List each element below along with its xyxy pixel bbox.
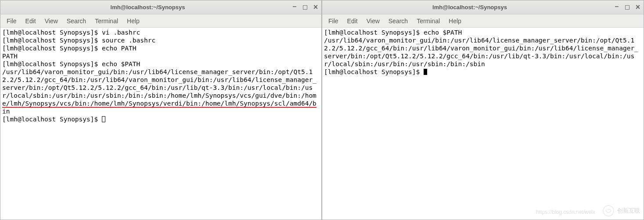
menu-terminal[interactable]: Terminal <box>412 16 444 26</box>
term-prompt: [lmh@localhost Synopsys]$ <box>324 68 424 75</box>
menu-help[interactable]: Help <box>122 16 144 26</box>
menu-file[interactable]: File <box>324 16 343 26</box>
menubar-right: File Edit View Search Terminal Help <box>322 14 644 28</box>
titlebar-right[interactable]: lmh@localhost:~/Synopsys <box>322 0 644 14</box>
term-line: [lmh@localhost Synopsys]$ echo PATH <box>2 45 137 52</box>
terminal-content-left[interactable]: [lmh@localhost Synopsys]$ vi .bashrc [lm… <box>0 28 321 220</box>
menubar-left: File Edit View Search Terminal Help <box>0 14 321 28</box>
annotation-underline <box>2 107 317 108</box>
window-controls <box>614 4 641 11</box>
maximize-button[interactable] <box>625 5 630 10</box>
menu-terminal[interactable]: Terminal <box>90 16 122 26</box>
cursor-icon <box>424 69 427 75</box>
desktop: lmh@localhost:~/Synopsys File Edit View … <box>0 0 644 220</box>
terminal-window-right: lmh@localhost:~/Synopsys File Edit View … <box>322 0 644 220</box>
terminal-window-left: lmh@localhost:~/Synopsys File Edit View … <box>0 0 322 220</box>
term-line: [lmh@localhost Synopsys]$ echo $PATH <box>324 29 462 36</box>
titlebar-left[interactable]: lmh@localhost:~/Synopsys <box>0 0 321 14</box>
menu-help[interactable]: Help <box>444 16 466 26</box>
menu-file[interactable]: File <box>2 16 21 26</box>
menu-search[interactable]: Search <box>384 16 412 26</box>
close-button[interactable] <box>635 4 641 11</box>
watermark-brand: 创新互联 <box>617 207 640 215</box>
term-line: /usr/lib64/varon_monitor_gui/bin:/usr/li… <box>2 68 317 115</box>
minimize-button[interactable] <box>291 4 298 11</box>
minimize-button[interactable] <box>614 4 620 11</box>
close-button[interactable] <box>313 4 319 11</box>
terminal-content-right[interactable]: [lmh@localhost Synopsys]$ echo $PATH /us… <box>322 28 644 220</box>
window-title: lmh@localhost:~/Synopsys <box>326 4 614 11</box>
term-prompt: [lmh@localhost Synopsys]$ <box>2 116 102 123</box>
term-line: [lmh@localhost Synopsys]$ echo $PATH <box>2 60 140 67</box>
watermark-url: https://blog.csdn.net/weix <box>536 208 595 216</box>
menu-view[interactable]: View <box>40 16 62 26</box>
logo-icon <box>602 205 615 217</box>
term-line: [lmh@localhost Synopsys]$ vi .bashrc <box>2 29 140 36</box>
menu-search[interactable]: Search <box>62 16 90 26</box>
maximize-button[interactable] <box>303 5 307 10</box>
term-line: [lmh@localhost Synopsys]$ source .bashrc <box>2 37 155 44</box>
menu-edit[interactable]: Edit <box>21 16 40 26</box>
menu-edit[interactable]: Edit <box>343 16 362 26</box>
window-title: lmh@localhost:~/Synopsys <box>4 4 291 11</box>
term-line: PATH <box>2 53 18 60</box>
cursor-icon <box>102 116 105 122</box>
window-controls <box>291 4 319 11</box>
term-line: /usr/lib64/varon_monitor_gui/bin:/usr/li… <box>324 37 638 67</box>
menu-view[interactable]: View <box>362 16 384 26</box>
watermark-logo: 创新互联 <box>602 205 640 217</box>
svg-point-0 <box>603 206 614 216</box>
